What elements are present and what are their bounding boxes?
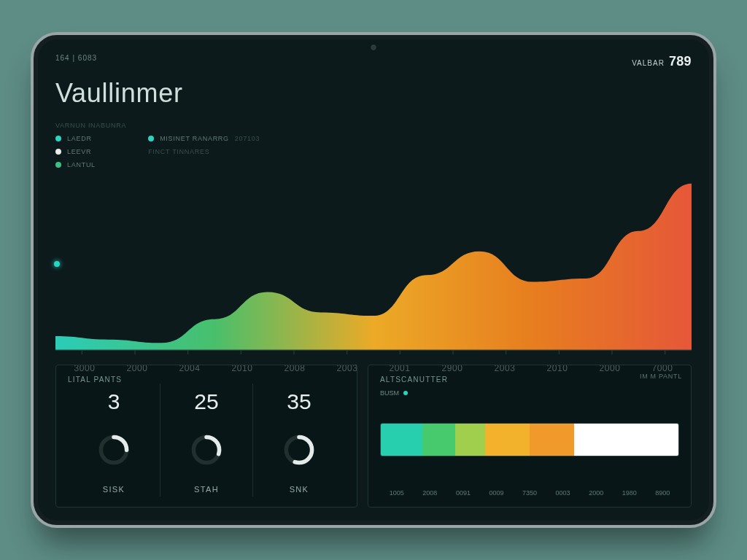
seg-tick-label: 7350 bbox=[513, 489, 546, 497]
tablet-frame: 164 | 6083 VALBAR 789 Vaullinmer VARNUN … bbox=[31, 32, 716, 528]
legend-heading: VARNUN INABUNRA bbox=[55, 122, 126, 129]
page-title: Vaullinmer bbox=[55, 78, 692, 109]
stat-value: 25 bbox=[194, 389, 218, 414]
stat-cell: 25 Stah bbox=[160, 384, 252, 497]
progress-ring-icon bbox=[98, 434, 130, 466]
progress-ring-icon bbox=[190, 434, 222, 466]
legend-block: VARNUN INABUNRA LAEDR LEEVR LANTUL MISIN… bbox=[55, 122, 692, 168]
stat-label: Stah bbox=[194, 485, 219, 494]
seg-x-axis-labels: 100520080091000973500003200019808900 bbox=[380, 489, 679, 497]
axis-marker-icon bbox=[54, 261, 60, 267]
segmented-bar[interactable] bbox=[380, 423, 679, 456]
seg-tick-label: 2008 bbox=[414, 489, 447, 497]
legend-item-label: MISINET RANARRG bbox=[160, 135, 229, 142]
legend-item-label: LEEVR bbox=[67, 148, 91, 155]
stat-label: Sisk bbox=[103, 485, 125, 494]
bar-segment bbox=[422, 424, 455, 456]
tablet-camera bbox=[370, 44, 377, 51]
stat-label: SNK bbox=[290, 485, 309, 494]
stat-value: 35 bbox=[287, 389, 311, 414]
seg-tick-label: 2000 bbox=[579, 489, 613, 497]
legend-dot-icon bbox=[148, 136, 154, 141]
bar-segment bbox=[455, 424, 485, 456]
bar-segment bbox=[381, 424, 422, 456]
bar-segment bbox=[530, 424, 574, 456]
top-bar: 164 | 6083 VALBAR 789 bbox=[55, 54, 692, 69]
stats-card: LITAL PANTS 3 Sisk25 Stah35 SNK bbox=[55, 365, 357, 508]
legend-dot-icon bbox=[403, 391, 408, 395]
legend-dot-icon bbox=[55, 162, 61, 168]
card-corner-label: IM M PANTL bbox=[640, 373, 682, 380]
seg-tick-label: 1005 bbox=[380, 489, 414, 497]
stat-cell: 3 Sisk bbox=[68, 384, 160, 497]
seg-tick-label: 0003 bbox=[546, 489, 580, 497]
legend-item-label: LAEDR bbox=[67, 135, 92, 142]
legend-dot-icon bbox=[55, 149, 61, 155]
stat-cell: 35 SNK bbox=[252, 384, 345, 497]
legend-dot-icon bbox=[55, 136, 61, 141]
stats-title: LITAL PANTS bbox=[68, 376, 345, 384]
seg-tick-label: 0009 bbox=[480, 489, 514, 497]
main-area-chart[interactable]: 3000200020042010200820032001290020032010… bbox=[55, 180, 692, 356]
seg-tick-label: 8900 bbox=[646, 489, 680, 497]
bar-segment bbox=[574, 424, 678, 456]
seg-tick-label: 0091 bbox=[446, 489, 480, 497]
segmented-bar-card: IM M PANTL Altscanutter BUSM 10052008009… bbox=[368, 365, 692, 508]
legend-item-label: LANTUL bbox=[67, 161, 96, 168]
top-right-value: 789 bbox=[669, 54, 692, 69]
legend-item-extra: 207103 bbox=[235, 135, 260, 142]
top-right-label: VALBAR bbox=[632, 59, 665, 67]
bar-segment bbox=[485, 424, 530, 456]
stat-value: 3 bbox=[108, 389, 120, 414]
legend-item-label: FINCT TINNARES bbox=[148, 148, 209, 155]
seg-mini-label: BUSM bbox=[380, 389, 399, 397]
progress-ring-icon bbox=[283, 434, 315, 466]
seg-tick-label: 1980 bbox=[613, 489, 646, 497]
top-left-meta: 164 | 6083 bbox=[55, 54, 97, 69]
seg-title: Altscanutter bbox=[380, 376, 448, 384]
